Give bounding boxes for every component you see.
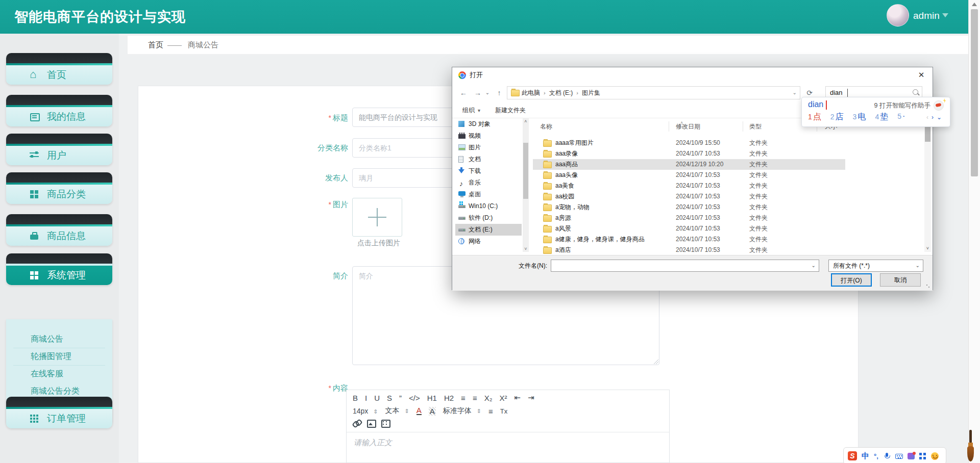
clean-format-button[interactable]: Tx — [500, 407, 507, 415]
path-segment[interactable]: 此电脑 — [522, 89, 540, 96]
sogou-logo-icon[interactable]: S — [848, 451, 857, 460]
editor-toolbar-button[interactable]: ⇤ — [514, 393, 521, 402]
place-item[interactable]: Win10 (C:) — [455, 200, 522, 212]
column-date[interactable]: 修改日期 — [676, 120, 700, 133]
file-row[interactable]: aa美食 2024/10/7 10:53 文件夹 — [533, 181, 845, 191]
punctuation-icon[interactable]: °‚ — [874, 452, 878, 460]
scroll-up-icon[interactable] — [972, 3, 977, 6]
file-row[interactable]: aaa头像 2024/10/7 10:53 文件夹 — [533, 170, 845, 181]
sidebar-item-users[interactable]: 用户 — [6, 134, 112, 165]
editor-toolbar-button[interactable]: U — [374, 394, 380, 402]
image-upload-box[interactable] — [352, 198, 402, 237]
place-item[interactable]: 下载 — [455, 165, 522, 177]
submenu-item[interactable]: 商城公告 — [6, 330, 112, 348]
font-size-select[interactable]: 14px — [353, 407, 378, 415]
open-button[interactable]: 打开(O) — [831, 273, 872, 287]
places-scrollbar[interactable]: ˄ ˅ — [523, 118, 529, 252]
scroll-up-icon[interactable]: ˄ — [523, 118, 529, 124]
file-row[interactable]: aaa商品 2024/12/19 10:20 文件夹 — [533, 159, 845, 170]
organize-button[interactable]: 组织 — [462, 103, 480, 118]
submenu-item[interactable]: 在线客服 — [6, 365, 112, 382]
user-menu[interactable]: admin — [913, 0, 940, 32]
place-item[interactable]: 文档 — [455, 153, 522, 165]
chevron-down-icon[interactable]: ⌄ — [812, 260, 816, 271]
editor-toolbar-button[interactable]: ⇥ — [528, 393, 534, 402]
sidebar-item-my-info[interactable]: 我的信息 — [6, 95, 112, 126]
submenu-item[interactable]: 轮播图管理 — [6, 348, 112, 365]
file-row[interactable]: aaa录像 2024/10/7 10:53 文件夹 — [533, 148, 845, 159]
background-color-button[interactable]: A — [429, 407, 436, 416]
file-row[interactable]: a风景 2024/10/7 10:53 文件夹 — [533, 223, 845, 234]
scroll-thumb[interactable] — [925, 126, 930, 142]
chevron-down-icon[interactable]: ⌄ — [916, 260, 920, 271]
scroll-down-icon[interactable]: ˅ — [924, 246, 931, 251]
emoji-icon[interactable] — [931, 452, 939, 460]
forward-button[interactable]: → — [472, 86, 484, 99]
place-item[interactable]: 3D 对象 — [455, 118, 522, 130]
place-item[interactable]: 软件 (D:) — [455, 212, 522, 224]
place-item[interactable]: 图片 — [455, 142, 522, 153]
file-list-scrollbar[interactable]: ˅ — [924, 120, 931, 252]
place-item[interactable]: 文档 (E:) — [455, 224, 522, 236]
column-type[interactable]: 类型 — [749, 120, 762, 133]
text-style-select[interactable]: 文本 — [385, 406, 409, 416]
font-family-select[interactable]: 标准字体 — [443, 406, 481, 416]
chevron-down-icon[interactable] — [942, 13, 948, 17]
page-scrollbar[interactable] — [968, 0, 980, 463]
place-item[interactable]: 网络 — [455, 236, 522, 247]
chinese-mode-icon[interactable]: 中 — [862, 451, 869, 461]
file-row[interactable]: a房源 2024/10/7 10:53 文件夹 — [533, 213, 845, 223]
address-bar[interactable]: ›此电脑›文档 (E:)›图片集 ⌄ — [507, 86, 800, 99]
filename-combobox[interactable]: ⌄ — [551, 260, 819, 272]
resize-grip[interactable] — [653, 359, 658, 364]
up-button[interactable]: ↑ — [493, 86, 505, 99]
editor-toolbar-button[interactable]: ≡ — [473, 394, 477, 402]
dialog-titlebar[interactable]: 打开 ✕ — [452, 67, 933, 83]
path-segment[interactable]: 文档 (E:) — [549, 89, 573, 96]
editor-toolbar-button[interactable]: ” — [399, 394, 402, 402]
place-item[interactable]: 音乐 — [455, 177, 522, 189]
path-segment[interactable]: 图片集 — [582, 89, 600, 96]
back-button[interactable]: ← — [457, 86, 470, 99]
scroll-thumb[interactable] — [971, 9, 978, 176]
file-row[interactable]: a健康，健身，健身课，健身商品 2024/10/7 10:53 文件夹 — [533, 234, 845, 245]
sidebar-item-order-mgmt[interactable]: 订单管理 — [6, 397, 112, 428]
filetype-filter-select[interactable]: 所有文件 (*.*)⌄ — [828, 260, 923, 272]
toolbox-icon[interactable] — [919, 453, 926, 459]
place-item[interactable]: 桌面 — [455, 189, 522, 200]
text-color-button[interactable]: A — [416, 407, 422, 415]
video-icon[interactable] — [381, 420, 389, 427]
ime-candidate[interactable]: 1点 — [808, 112, 821, 125]
file-row[interactable]: a酒店 2024/10/7 10:53 文件夹 — [533, 245, 845, 254]
ime-candidate[interactable]: 3电 — [853, 112, 866, 125]
ime-assistant-hint[interactable]: 9 打开智能写作助手 — [874, 101, 930, 110]
resize-grip[interactable] — [926, 284, 931, 289]
editor-placeholder[interactable]: 请输入正文 — [354, 438, 392, 448]
breadcrumb-home[interactable]: 首页 — [148, 36, 163, 54]
writing-assistant-icon[interactable] — [934, 100, 944, 111]
skin-icon[interactable] — [908, 453, 915, 459]
ime-candidate[interactable]: 5· — [897, 112, 905, 125]
keyboard-icon[interactable] — [895, 454, 903, 459]
new-folder-button[interactable]: 新建文件夹 — [495, 103, 526, 117]
sidebar-item-product-category[interactable]: 商品分类 — [6, 172, 112, 204]
file-row[interactable]: aa校园 2024/10/7 10:53 文件夹 — [533, 191, 845, 202]
sidebar-item-product-info[interactable]: 商品信息 — [6, 214, 112, 246]
scroll-down-icon[interactable]: ˅ — [523, 246, 529, 252]
sidebar-item-system-mgmt[interactable]: 系统管理 — [6, 253, 112, 285]
file-row[interactable]: aaaa常用图片 2024/10/9 15:50 文件夹 — [533, 138, 845, 148]
editor-toolbar-button[interactable]: I — [365, 394, 367, 402]
ime-candidate[interactable]: 2店 — [830, 112, 844, 125]
ime-page-arrows[interactable]: ‹›⌄ — [926, 114, 945, 121]
avatar[interactable] — [887, 4, 909, 27]
close-icon[interactable]: ✕ — [914, 69, 928, 81]
editor-toolbar-button[interactable]: B — [353, 394, 358, 402]
image-icon[interactable] — [367, 420, 375, 427]
history-chevron-icon[interactable]: ⌄ — [484, 86, 491, 99]
sidebar-item-home[interactable]: 首页 — [6, 53, 112, 85]
editor-toolbar-button[interactable]: S — [387, 394, 392, 402]
file-row[interactable]: a宠物，动物 2024/10/7 10:53 文件夹 — [533, 202, 845, 213]
cancel-button[interactable]: 取消 — [880, 273, 921, 287]
scroll-thumb[interactable] — [523, 143, 528, 199]
editor-toolbar-button[interactable]: </> — [409, 394, 420, 402]
